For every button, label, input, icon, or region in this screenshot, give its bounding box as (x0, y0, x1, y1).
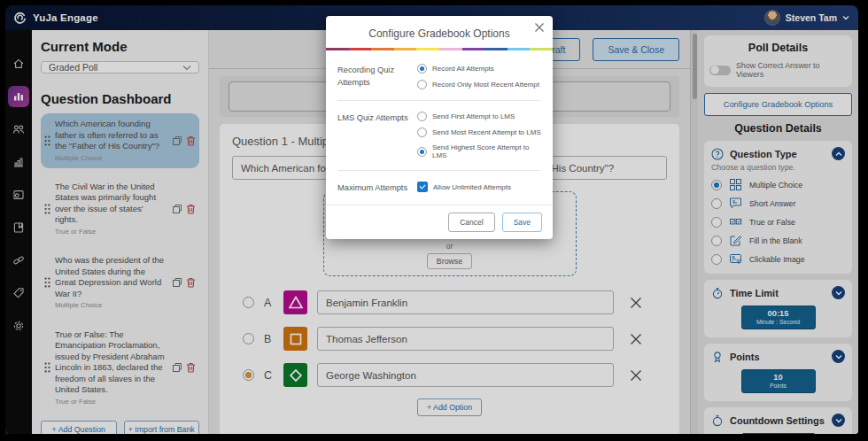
type-radio[interactable] (711, 198, 722, 209)
stopwatch-icon (711, 414, 724, 427)
drag-handle-icon[interactable] (44, 135, 50, 146)
save-button[interactable]: Save (502, 213, 542, 232)
lms-attempts-section: LMS Quiz Attempts Send First Attempt to … (337, 107, 541, 164)
question-type-label: Multiple Choice (55, 301, 167, 310)
nav-question-bank[interactable] (8, 217, 29, 238)
question-type-option[interactable]: Clickable Image (711, 252, 845, 266)
mode-select[interactable]: Graded Poll (41, 61, 199, 74)
scrollbar-track[interactable] (690, 30, 698, 434)
poll-details-title: Poll Details (709, 42, 847, 54)
drag-handle-icon[interactable] (44, 277, 50, 288)
duplicate-icon[interactable] (172, 277, 182, 288)
expand-section-button[interactable] (832, 286, 845, 299)
type-radio[interactable] (711, 217, 722, 228)
type-radio[interactable] (711, 236, 722, 246)
expand-section-button[interactable] (832, 350, 845, 363)
browse-button[interactable]: Browse (427, 253, 472, 269)
remove-option-icon[interactable] (629, 296, 643, 310)
time-limit-value-button[interactable]: 00:15 Minute : Second (741, 306, 816, 329)
question-list-item[interactable]: Which American founding father is often … (41, 113, 199, 168)
question-details-title: Question Details (704, 122, 852, 135)
delete-icon[interactable] (186, 362, 196, 373)
radio-option[interactable]: Record All Attempts (417, 64, 541, 74)
import-from-bank-button[interactable]: + Import from Bank (124, 421, 200, 434)
scrollbar-thumb[interactable] (693, 34, 697, 99)
option-text-input[interactable] (317, 363, 614, 387)
delete-icon[interactable] (186, 135, 196, 146)
radio-option[interactable]: Record Only Most Recent Attempt (417, 80, 541, 89)
radio-option[interactable]: Send First Attempt to LMS (417, 112, 541, 121)
question-type-option[interactable]: True or False (711, 215, 845, 228)
collapse-section-button[interactable] (832, 147, 845, 160)
nav-participants[interactable] (8, 119, 29, 140)
nav-media[interactable] (8, 184, 29, 205)
nav-branding[interactable] (8, 282, 29, 304)
radio-option[interactable]: Send Highest Score Attempt to LMS (417, 143, 541, 159)
diamond-shape-icon (283, 363, 307, 387)
delete-icon[interactable] (186, 277, 196, 288)
correct-answer-radio[interactable] (243, 297, 254, 308)
correct-answer-radio[interactable] (243, 333, 254, 344)
question-list-item[interactable]: True or False: The Emancipation Proclama… (41, 324, 199, 412)
option-text-input[interactable] (317, 327, 614, 351)
radio-button[interactable] (417, 80, 427, 89)
checkbox-option[interactable]: Allow Unlimited Attempts (417, 182, 541, 192)
nav-home[interactable] (8, 53, 29, 74)
radio-option[interactable]: Send Most Recent Attempt to LMS (417, 128, 541, 137)
type-radio[interactable] (711, 254, 722, 265)
question-list: Which American founding father is often … (41, 113, 199, 412)
points-value-button[interactable]: 10 Points (741, 369, 816, 393)
user-menu[interactable]: Steven Tam (764, 10, 849, 26)
add-question-button[interactable]: + Add Question (41, 421, 117, 434)
question-type-label: True or False (55, 398, 167, 406)
question-bank-icon (12, 220, 26, 235)
remove-option-icon[interactable] (629, 332, 643, 346)
question-type-option[interactable]: Short Answer (711, 197, 845, 210)
duplicate-icon[interactable] (172, 204, 182, 214)
duplicate-icon[interactable] (172, 362, 182, 373)
type-label: True or False (749, 218, 795, 227)
home-icon (12, 57, 26, 71)
show-correct-toggle[interactable] (709, 66, 731, 75)
delete-icon[interactable] (186, 204, 196, 214)
answer-option-row: B (243, 327, 656, 351)
add-option-button[interactable]: + Add Option (417, 398, 482, 416)
question-type-option[interactable]: Fill in the Blank (711, 234, 845, 247)
configure-gradebook-button[interactable]: Configure Gradebook Options (704, 93, 852, 116)
cancel-button[interactable]: Cancel (448, 213, 494, 232)
save-close-button[interactable]: Save & Close (593, 38, 679, 61)
option-letter: A (264, 297, 274, 309)
points-title: Points (730, 352, 825, 362)
question-type-option[interactable]: Multiple Choice (711, 178, 845, 191)
question-list-item[interactable]: The Civil War in the United States was p… (41, 176, 199, 242)
time-limit-card: Time Limit 00:15 Minute : Second (704, 280, 852, 337)
nav-polls[interactable] (8, 86, 29, 107)
radio-button[interactable] (417, 147, 427, 157)
drag-handle-icon[interactable] (44, 204, 50, 214)
duplicate-icon[interactable] (172, 135, 182, 146)
checkboxes-icon (729, 215, 742, 228)
question-list-item[interactable]: Who was the president of the United Stat… (41, 250, 199, 315)
type-radio[interactable] (711, 180, 722, 190)
type-label: Fill in the Blank (749, 236, 802, 245)
gradebook-options-modal: Configure Gradebook Options Recording Qu… (326, 16, 553, 239)
radio-button[interactable] (417, 64, 427, 74)
avatar[interactable] (764, 10, 780, 26)
remove-option-icon[interactable] (629, 368, 643, 383)
radio-button[interactable] (417, 128, 427, 137)
nav-integrations[interactable] (8, 250, 29, 271)
countdown-value-button[interactable]: 10 Second (741, 433, 816, 434)
option-text-input[interactable] (317, 290, 614, 314)
close-icon[interactable] (534, 22, 545, 33)
correct-answer-radio[interactable] (243, 369, 254, 381)
app-title: YuJa Engage (33, 12, 98, 23)
unlimited-attempts-checkbox[interactable] (417, 182, 428, 192)
modal-title: Configure Gradebook Options (326, 16, 553, 48)
radio-button[interactable] (417, 112, 427, 121)
nav-results[interactable] (8, 151, 29, 173)
nav-settings[interactable] (8, 315, 29, 337)
poll-details-card: Poll Details Show Correct Answer to View… (704, 35, 852, 87)
expand-section-button[interactable] (832, 414, 845, 427)
drag-handle-icon[interactable] (44, 362, 50, 373)
chevron-down-icon (835, 354, 842, 360)
